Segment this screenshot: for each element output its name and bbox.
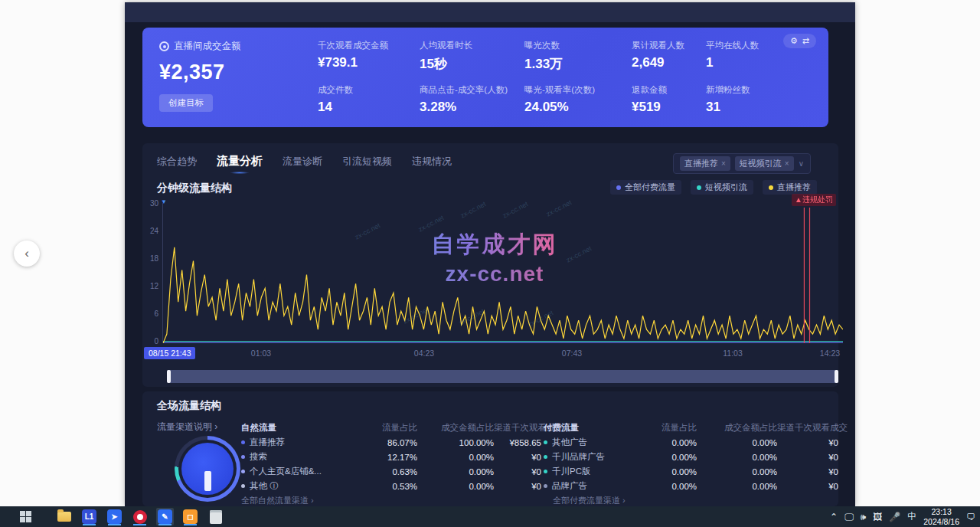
channel-dot (544, 484, 547, 488)
taskbar-clock[interactable]: 23:13 2024/8/16 (923, 507, 959, 526)
rpm-value: ¥0 (494, 453, 541, 462)
metric-value: 1 (706, 55, 821, 70)
gear-icon[interactable]: ⚙ (790, 36, 798, 46)
x-axis: 08/15 21:43 01:03 04:23 07:43 11:03 14:2… (162, 349, 842, 361)
tray-volume-icon[interactable]: 🕪 (861, 512, 867, 522)
metric-cell: 曝光次数 1.33万 (524, 40, 639, 73)
minute-chart-title: 分钟级流量结构 (157, 182, 232, 195)
metric-label: 千次观看成交金额 (318, 40, 433, 51)
gmv-share-value: 0.00% (697, 482, 777, 491)
metric-label: 商品点击-成交率(人数) (420, 84, 534, 96)
gmv-share-value: 0.00% (697, 438, 777, 447)
tab-short-video[interactable]: 引流短视频 (342, 155, 392, 169)
filter-tag[interactable]: 短视频引流 × (735, 156, 794, 171)
chevron-down-icon[interactable]: ∨ (799, 159, 804, 168)
legend-item-paid[interactable]: 全部付费流量 (610, 180, 681, 195)
channel-name: 个人主页&店铺&... (250, 466, 322, 477)
channel-note-link[interactable]: 流量渠道说明 › (157, 421, 217, 434)
x-tick: 01:03 (251, 349, 271, 358)
metric-value: 15秒 (420, 55, 534, 73)
chart-legend: 全部付费流量 短视频引流 直播推荐 (610, 180, 817, 195)
ime-indicator[interactable]: 中 (907, 510, 916, 523)
slider-handle-left[interactable] (167, 370, 171, 383)
channel-name: 搜索 (250, 451, 267, 463)
scroll-left-button[interactable]: ‹ (14, 241, 40, 267)
rpm-value: ¥0 (777, 482, 838, 491)
y-tick: 18 (139, 254, 158, 263)
table-row: 个人主页&店铺&...0.63%0.00%¥0 (241, 464, 541, 479)
create-goal-button[interactable]: 创建目标 (159, 94, 213, 112)
legend-item-shortvideo[interactable]: 短视频引流 (691, 180, 753, 195)
filter-tag-label: 短视频引流 (740, 158, 782, 169)
rpm-value: ¥0 (777, 467, 838, 476)
share-value: 86.07% (354, 438, 417, 447)
natural-traffic-table: 自然流量流量占比成交金额占比渠道千次观看成交直播推荐86.07%100.00%¥… (241, 421, 541, 493)
channel-name: 直播推荐 (250, 437, 285, 448)
notification-chat-icon[interactable]: 🗨 (966, 512, 975, 522)
tray-display-icon[interactable]: 🖵 (844, 512, 854, 522)
tray-mic-icon[interactable]: 🎤 (889, 512, 900, 522)
filter-tag[interactable]: 直播推荐 × (680, 156, 730, 171)
y-tick: 30 (139, 199, 158, 208)
channel-dot (241, 455, 245, 459)
x-tick: 04:23 (414, 349, 434, 358)
metric-label: 成交件数 (318, 84, 433, 96)
app-orange-icon[interactable]: ◻ (181, 508, 199, 525)
close-icon[interactable]: × (785, 159, 789, 168)
tab-violations[interactable]: 违规情况 (412, 155, 452, 169)
legend-dot (616, 185, 621, 190)
y-tick: 6 (139, 309, 158, 318)
gmv-share-value: 0.00% (417, 467, 494, 476)
table-row: 直播推荐86.07%100.00%¥858.65 (241, 435, 541, 450)
desktop-screen: ‹ 直播间成交金额 ¥2,357 创建目标 千次观看成交金额 ¥739.1 人均… (0, 0, 980, 527)
analytics-app-window: 直播间成交金额 ¥2,357 创建目标 千次观看成交金额 ¥739.1 人均观看… (125, 2, 855, 506)
x-tick: 07:43 (562, 349, 582, 358)
tab-overall-trend[interactable]: 综合趋势 (157, 155, 197, 169)
notepad-icon[interactable] (207, 508, 224, 525)
gmv-share-value: 0.00% (697, 467, 777, 476)
rpm-value: ¥0 (494, 482, 541, 491)
metric-cell: 商品点击-成交率(人数) 3.28% (420, 84, 534, 115)
tray-photo-icon[interactable]: 🖼 (873, 512, 882, 522)
metric-value: 14 (318, 100, 433, 115)
browser-red-icon[interactable] (131, 508, 149, 525)
x-tick-start-chip: 08/15 21:43 (144, 347, 195, 359)
all-natural-channels-link[interactable]: 全部自然流量渠道 › (241, 495, 314, 506)
channel-dot (241, 440, 245, 444)
swap-icon[interactable]: ⇄ (802, 36, 809, 46)
data-zoom-slider[interactable] (167, 370, 838, 383)
legend-dot (697, 185, 701, 190)
channel-name: 其他广告 (552, 437, 587, 448)
minute-flow-chart: ▼ 30 24 18 12 6 0 ▲违规处罚 (162, 203, 842, 343)
start-button[interactable] (17, 508, 34, 525)
tray-chevron-up-icon[interactable]: ⌃ (830, 512, 838, 522)
tab-flow-diagnosis[interactable]: 流量诊断 (283, 155, 322, 169)
clock-time: 23:13 (932, 507, 952, 516)
metric-label: 人均观看时长 (420, 40, 534, 51)
windows-logo-icon (20, 511, 32, 523)
windows-taskbar: L1 ➤ ✎ ◻ ⌃ 🖵 🕪 🖼 🎤 中 23:13 2024/8/16 🗨 (0, 506, 980, 527)
metric-value: 1.33万 (524, 55, 639, 73)
system-tray: ⌃ 🖵 🕪 🖼 🎤 中 23:13 2024/8/16 🗨 (830, 506, 975, 527)
share-value: 0.00% (634, 482, 697, 491)
channel-dot (241, 484, 245, 488)
paid-traffic-table: 付费流量流量占比成交金额占比渠道千次观看成交其他广告0.00%0.00%¥0千川… (544, 421, 838, 493)
channel-filter-select[interactable]: 直播推荐 × 短视频引流 × ∨ (673, 153, 811, 174)
table-row: 品牌广告0.00%0.00%¥0 (544, 479, 838, 493)
channel-name: 其他 ⓘ (250, 480, 279, 492)
y-tick: 0 (139, 337, 158, 345)
active-app-icon[interactable]: ✎ (156, 508, 174, 525)
tab-flow-analysis[interactable]: 流量分析 (217, 154, 263, 169)
y-tick: 24 (139, 227, 158, 235)
all-paid-channels-link[interactable]: 全部付费流量渠道 › (553, 495, 626, 506)
share-value: 0.00% (634, 438, 697, 447)
app-l1-icon[interactable]: L1 (80, 508, 98, 525)
slider-handle-right[interactable] (835, 370, 838, 383)
file-explorer-icon[interactable] (55, 508, 73, 525)
legend-item-recommend[interactable]: 直播推荐 (763, 180, 817, 195)
close-icon[interactable]: × (721, 159, 726, 168)
gmv-share-value: 0.00% (417, 482, 494, 491)
flow-analysis-panel: 综合趋势 流量分析 流量诊断 引流短视频 违规情况 直播推荐 × 短视频引流 ×… (142, 143, 838, 387)
app-plane-icon[interactable]: ➤ (106, 508, 123, 525)
table-header: 自然流量流量占比成交金额占比渠道千次观看成交 (241, 421, 541, 435)
